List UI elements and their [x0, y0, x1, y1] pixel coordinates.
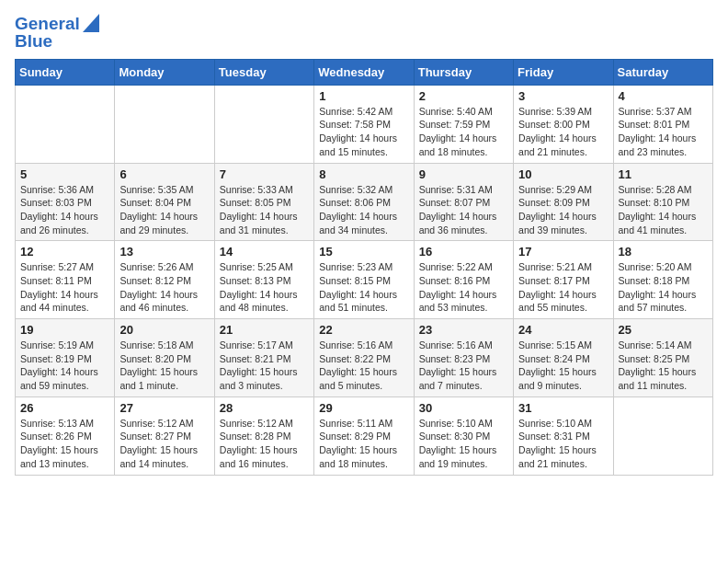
day-info: Sunrise: 5:28 AMSunset: 8:10 PMDaylight:…	[619, 183, 708, 237]
day-number: 5	[20, 167, 109, 181]
day-info: Sunrise: 5:18 AMSunset: 8:20 PMDaylight:…	[119, 339, 209, 393]
calendar-cell: 13Sunrise: 5:26 AMSunset: 8:12 PMDayligh…	[115, 241, 214, 319]
day-number: 22	[319, 323, 408, 337]
day-info: Sunrise: 5:10 AMSunset: 8:31 PMDaylight:…	[518, 417, 608, 471]
calendar-cell: 11Sunrise: 5:28 AMSunset: 8:10 PMDayligh…	[613, 163, 712, 241]
day-info: Sunrise: 5:15 AMSunset: 8:24 PMDaylight:…	[518, 339, 608, 393]
day-info: Sunrise: 5:26 AMSunset: 8:12 PMDaylight:…	[119, 260, 209, 315]
day-number: 20	[119, 323, 209, 337]
calendar-table: SundayMondayTuesdayWednesdayThursdayFrid…	[15, 59, 713, 476]
day-number: 18	[619, 245, 708, 259]
day-number: 31	[518, 401, 608, 415]
calendar-cell: 30Sunrise: 5:10 AMSunset: 8:30 PMDayligh…	[414, 396, 513, 475]
day-info: Sunrise: 5:14 AMSunset: 8:25 PMDaylight:…	[619, 339, 708, 393]
day-info: Sunrise: 5:32 AMSunset: 8:06 PMDaylight:…	[319, 183, 408, 237]
day-number: 14	[220, 245, 309, 259]
calendar-cell: 3Sunrise: 5:39 AMSunset: 8:00 PMDaylight…	[514, 85, 613, 163]
day-number: 13	[119, 245, 209, 259]
day-number: 10	[518, 167, 608, 181]
day-info: Sunrise: 5:37 AMSunset: 8:01 PMDaylight:…	[619, 105, 708, 159]
day-info: Sunrise: 5:23 AMSunset: 8:15 PMDaylight:…	[319, 260, 408, 315]
weekday-header-saturday: Saturday	[613, 59, 712, 85]
day-number: 17	[518, 245, 608, 259]
weekday-header-wednesday: Wednesday	[314, 59, 414, 85]
day-info: Sunrise: 5:29 AMSunset: 8:09 PMDaylight:…	[518, 183, 608, 237]
logo-triangle-icon	[83, 14, 99, 32]
calendar-cell: 22Sunrise: 5:16 AMSunset: 8:22 PMDayligh…	[314, 319, 414, 397]
calendar-week-1: 1Sunrise: 5:42 AMSunset: 7:58 PMDaylight…	[16, 85, 713, 163]
day-number: 15	[319, 245, 408, 259]
day-info: Sunrise: 5:20 AMSunset: 8:18 PMDaylight:…	[619, 260, 708, 315]
day-number: 2	[419, 89, 508, 103]
calendar-cell: 10Sunrise: 5:29 AMSunset: 8:09 PMDayligh…	[514, 163, 613, 241]
calendar-cell: 14Sunrise: 5:25 AMSunset: 8:13 PMDayligh…	[214, 241, 313, 319]
day-number: 9	[419, 167, 508, 181]
day-number: 25	[619, 323, 708, 337]
calendar-cell: 2Sunrise: 5:40 AMSunset: 7:59 PMDaylight…	[414, 85, 513, 163]
svg-marker-0	[83, 14, 99, 32]
weekday-header-friday: Friday	[514, 59, 613, 85]
day-number: 24	[518, 323, 608, 337]
weekday-header-row: SundayMondayTuesdayWednesdayThursdayFrid…	[16, 59, 713, 85]
calendar-cell	[613, 396, 712, 475]
day-number: 26	[20, 401, 109, 415]
day-info: Sunrise: 5:31 AMSunset: 8:07 PMDaylight:…	[419, 183, 508, 237]
day-number: 7	[220, 167, 309, 181]
calendar-cell: 24Sunrise: 5:15 AMSunset: 8:24 PMDayligh…	[514, 319, 613, 397]
calendar-week-3: 12Sunrise: 5:27 AMSunset: 8:11 PMDayligh…	[16, 241, 713, 319]
calendar-cell: 31Sunrise: 5:10 AMSunset: 8:31 PMDayligh…	[514, 396, 613, 475]
day-number: 1	[319, 89, 408, 103]
day-info: Sunrise: 5:33 AMSunset: 8:05 PMDaylight:…	[220, 183, 309, 237]
logo-blue: Blue	[15, 32, 99, 52]
day-info: Sunrise: 5:25 AMSunset: 8:13 PMDaylight:…	[220, 260, 309, 315]
weekday-header-sunday: Sunday	[16, 59, 115, 85]
calendar-cell: 21Sunrise: 5:17 AMSunset: 8:21 PMDayligh…	[214, 319, 313, 397]
calendar-cell: 16Sunrise: 5:22 AMSunset: 8:16 PMDayligh…	[414, 241, 513, 319]
weekday-header-thursday: Thursday	[414, 59, 513, 85]
weekday-header-monday: Monday	[115, 59, 214, 85]
calendar-cell	[16, 85, 115, 163]
day-number: 8	[319, 167, 408, 181]
day-info: Sunrise: 5:16 AMSunset: 8:23 PMDaylight:…	[419, 339, 508, 393]
day-info: Sunrise: 5:36 AMSunset: 8:03 PMDaylight:…	[20, 183, 109, 237]
calendar-cell: 25Sunrise: 5:14 AMSunset: 8:25 PMDayligh…	[613, 319, 712, 397]
calendar-cell: 17Sunrise: 5:21 AMSunset: 8:17 PMDayligh…	[514, 241, 613, 319]
day-number: 28	[220, 401, 309, 415]
weekday-header-tuesday: Tuesday	[214, 59, 313, 85]
calendar-cell	[115, 85, 214, 163]
day-info: Sunrise: 5:19 AMSunset: 8:19 PMDaylight:…	[20, 339, 109, 393]
calendar-cell: 5Sunrise: 5:36 AMSunset: 8:03 PMDaylight…	[16, 163, 115, 241]
calendar-cell: 7Sunrise: 5:33 AMSunset: 8:05 PMDaylight…	[214, 163, 313, 241]
day-number: 3	[518, 89, 608, 103]
calendar-cell: 9Sunrise: 5:31 AMSunset: 8:07 PMDaylight…	[414, 163, 513, 241]
calendar-week-4: 19Sunrise: 5:19 AMSunset: 8:19 PMDayligh…	[16, 319, 713, 397]
calendar-cell: 1Sunrise: 5:42 AMSunset: 7:58 PMDaylight…	[314, 85, 414, 163]
calendar-week-5: 26Sunrise: 5:13 AMSunset: 8:26 PMDayligh…	[16, 396, 713, 475]
calendar-week-2: 5Sunrise: 5:36 AMSunset: 8:03 PMDaylight…	[16, 163, 713, 241]
day-number: 19	[20, 323, 109, 337]
calendar-cell: 23Sunrise: 5:16 AMSunset: 8:23 PMDayligh…	[414, 319, 513, 397]
calendar-cell: 15Sunrise: 5:23 AMSunset: 8:15 PMDayligh…	[314, 241, 414, 319]
day-info: Sunrise: 5:42 AMSunset: 7:58 PMDaylight:…	[319, 105, 408, 159]
calendar-cell: 18Sunrise: 5:20 AMSunset: 8:18 PMDayligh…	[613, 241, 712, 319]
calendar-cell: 6Sunrise: 5:35 AMSunset: 8:04 PMDaylight…	[115, 163, 214, 241]
day-info: Sunrise: 5:11 AMSunset: 8:29 PMDaylight:…	[319, 417, 408, 471]
day-number: 30	[419, 401, 508, 415]
calendar-cell: 29Sunrise: 5:11 AMSunset: 8:29 PMDayligh…	[314, 396, 414, 475]
day-number: 11	[619, 167, 708, 181]
calendar-cell: 19Sunrise: 5:19 AMSunset: 8:19 PMDayligh…	[16, 319, 115, 397]
day-number: 6	[119, 167, 209, 181]
calendar-cell: 28Sunrise: 5:12 AMSunset: 8:28 PMDayligh…	[214, 396, 313, 475]
day-info: Sunrise: 5:27 AMSunset: 8:11 PMDaylight:…	[20, 260, 109, 315]
day-info: Sunrise: 5:22 AMSunset: 8:16 PMDaylight:…	[419, 260, 508, 315]
calendar-cell: 20Sunrise: 5:18 AMSunset: 8:20 PMDayligh…	[115, 319, 214, 397]
day-info: Sunrise: 5:40 AMSunset: 7:59 PMDaylight:…	[419, 105, 508, 159]
page-header: General Blue	[15, 15, 713, 52]
calendar-cell: 27Sunrise: 5:12 AMSunset: 8:27 PMDayligh…	[115, 396, 214, 475]
calendar-cell: 26Sunrise: 5:13 AMSunset: 8:26 PMDayligh…	[16, 396, 115, 475]
day-info: Sunrise: 5:39 AMSunset: 8:00 PMDaylight:…	[518, 105, 608, 159]
day-number: 23	[419, 323, 508, 337]
day-info: Sunrise: 5:10 AMSunset: 8:30 PMDaylight:…	[419, 417, 508, 471]
day-info: Sunrise: 5:13 AMSunset: 8:26 PMDaylight:…	[20, 417, 109, 471]
day-info: Sunrise: 5:12 AMSunset: 8:27 PMDaylight:…	[119, 417, 209, 471]
